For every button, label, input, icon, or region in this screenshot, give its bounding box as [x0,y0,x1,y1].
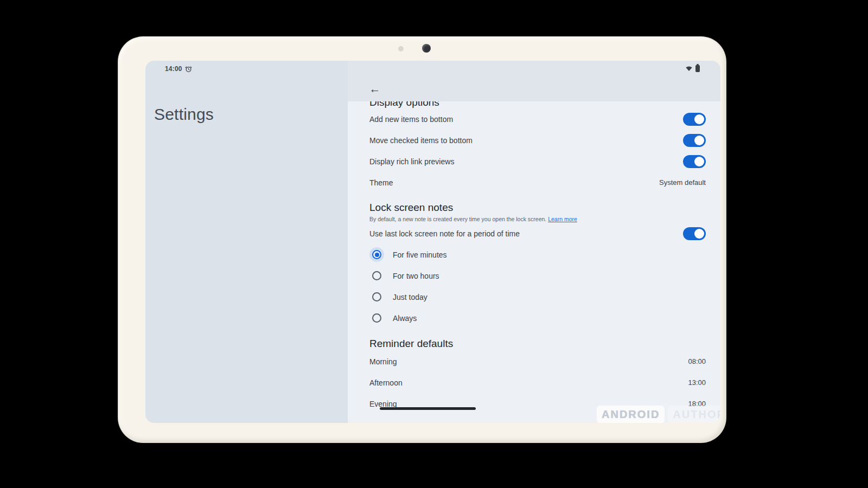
morning-time-value: 08:00 [688,357,706,365]
theme-value: System default [659,178,706,187]
settings-list-pane: 14:00 Settings [145,61,348,423]
description-text: By default, a new note is created every … [369,216,546,222]
radio-label: Always [393,314,417,323]
alarm-icon [185,66,192,73]
watermark-authority: AUTHORITY [668,406,720,423]
radio-option-just-today[interactable]: Just today [369,286,706,307]
radio-option-two-hours[interactable]: For two hours [369,265,706,286]
battery-icon [695,65,700,72]
tablet-device: 14:00 Settings ← [118,37,726,442]
wifi-icon [685,65,693,72]
lock-screen-description: By default, a new note is created every … [369,215,706,223]
app-bar: ← [348,61,720,101]
radio-label: For two hours [393,272,439,280]
page-title: Settings [154,105,214,124]
android-authority-watermark: ANDROID AUTHORITY [597,406,720,423]
radio-label: For five minutes [393,251,447,259]
toggle-use-last-lock-note[interactable] [683,227,706,240]
radio-button[interactable] [372,271,381,280]
toggle-rich-link-previews[interactable] [683,155,706,168]
status-bar-right [685,65,700,72]
toggle-move-checked[interactable] [683,134,706,147]
setting-label: Add new items to bottom [369,115,453,124]
setting-row-theme[interactable]: Theme System default [369,172,706,193]
setting-row-afternoon[interactable]: Afternoon 13:00 [369,372,706,393]
setting-row-rich-link-previews[interactable]: Display rich link previews [369,151,706,172]
status-time: 14:00 [165,65,182,73]
setting-label: Morning [369,357,397,366]
setting-label: Move checked items to bottom [369,136,473,145]
front-camera-dot [422,44,431,53]
radio-button[interactable] [372,292,381,301]
settings-scroll-content: Display options Add new items to bottom … [348,101,720,423]
radio-option-always[interactable]: Always [369,307,706,329]
setting-label: Afternoon [369,378,403,387]
stage: 14:00 Settings ← [0,0,868,488]
setting-row-morning[interactable]: Morning 08:00 [369,351,706,372]
radio-button-selected[interactable] [372,250,381,259]
setting-row-add-new-items[interactable]: Add new items to bottom [369,108,706,130]
learn-more-link[interactable]: Learn more [548,216,577,222]
radio-option-five-minutes[interactable]: For five minutes [369,244,706,265]
gesture-navigation-bar[interactable] [380,407,476,410]
toggle-add-new-items[interactable] [683,113,706,126]
setting-row-move-checked[interactable]: Move checked items to bottom [369,130,706,151]
section-heading-reminder-defaults: Reminder defaults [369,337,706,351]
section-heading-lock-screen-notes: Lock screen notes [369,201,706,215]
setting-row-use-last-lock-note[interactable]: Use last lock screen note for a period o… [369,223,706,244]
settings-detail-pane: ← Display options Add new items to bot [348,61,720,423]
light-sensor-dot [398,46,404,52]
radio-label: Just today [393,293,427,301]
afternoon-time-value: 13:00 [688,378,706,387]
setting-label: Display rich link previews [369,157,454,166]
tablet-screen: 14:00 Settings ← [145,61,720,423]
section-heading-display-options: Display options [369,101,706,108]
setting-label: Theme [369,178,393,187]
back-arrow-icon[interactable]: ← [367,81,382,97]
status-bar-left: 14:00 [165,65,192,73]
setting-label: Use last lock screen note for a period o… [369,229,520,238]
watermark-android: ANDROID [597,406,665,423]
radio-button[interactable] [372,313,381,323]
